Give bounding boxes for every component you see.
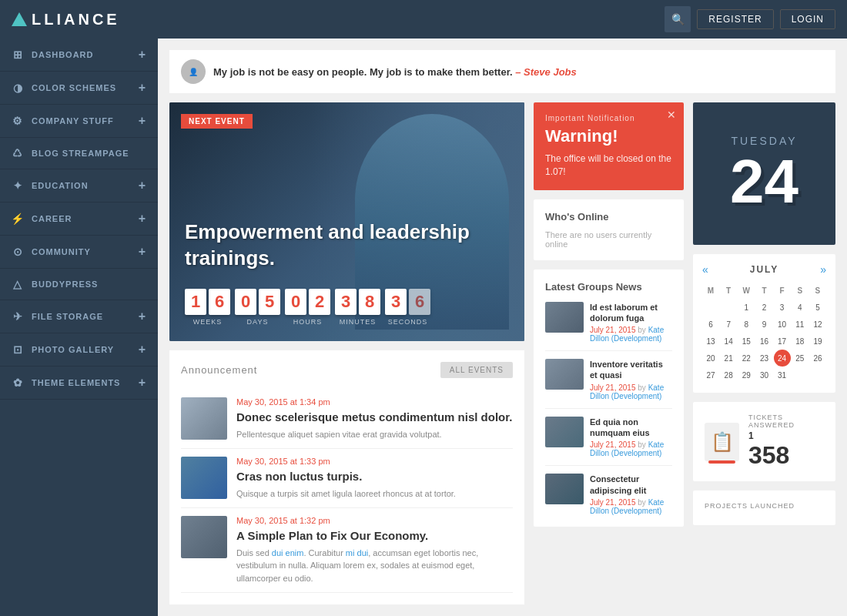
calendar-next[interactable]: » [820, 263, 826, 276]
sidebar-plus-icon: + [139, 81, 146, 95]
group-news-item: Inventore veritatis et quasi July 21, 20… [545, 359, 672, 409]
register-button[interactable]: REGISTER [697, 9, 773, 29]
excerpt-link[interactable]: dui enim [272, 548, 304, 557]
cal-cell[interactable]: 5 [809, 299, 826, 316]
sidebar-item-label: EDUCATION [32, 181, 89, 190]
cal-cell: - [702, 299, 719, 316]
cal-cell[interactable]: 16 [755, 333, 772, 350]
sidebar-item-company-stuff[interactable]: ⚙ COMPANY STUFF + [0, 105, 158, 138]
cal-cell[interactable]: 17 [774, 333, 791, 350]
group-news-thumbnail [545, 474, 584, 504]
cal-cell[interactable]: 25 [792, 350, 808, 367]
sidebar-item-file-storage[interactable]: ✈ FILE STORAGE + [0, 300, 158, 333]
sidebar-item-dashboard[interactable]: ⊞ DASHBOARD + [0, 38, 158, 72]
sidebar-item-buddypress[interactable]: △ BUDDYPRESS [0, 269, 158, 300]
excerpt-link[interactable]: mi dui [346, 548, 368, 557]
cal-cell-today[interactable]: 24 [774, 350, 791, 367]
group-news-thumbnail [545, 302, 584, 333]
cal-cell[interactable]: 14 [720, 333, 737, 350]
sidebar-item-color-schemes[interactable]: ◑ COLOR SCHEMES + [0, 72, 158, 105]
sidebar-plus-icon: + [139, 310, 146, 323]
whos-online-title: Who's Online [545, 211, 672, 223]
sidebar-item-community[interactable]: ⊙ COMMUNITY + [0, 236, 158, 269]
group-news-item: Ed quia non numquam eius July 21, 2015 b… [545, 417, 672, 467]
left-column: NEXT EVENT Empowerment and leadership tr… [169, 102, 524, 604]
career-icon: ⚡ [12, 213, 24, 225]
quote-text: My job is not be easy on people. My job … [213, 66, 513, 78]
weeks-digit-2: 6 [209, 289, 230, 315]
cal-cell[interactable]: 21 [720, 350, 737, 367]
calendar-prev[interactable]: « [702, 263, 708, 276]
cal-cell[interactable]: 20 [702, 350, 719, 367]
cal-cell[interactable]: 27 [702, 367, 719, 383]
announcement-date: May 30, 2015 at 1:34 pm [236, 397, 513, 407]
announcement-content: May 30, 2015 at 1:33 pm Cras non luctus … [236, 457, 513, 500]
cal-header-t2: T [755, 282, 772, 299]
announcements-title: Announcement [181, 364, 257, 376]
group-news-meta: July 21, 2015 by Kate Dillon (Developmen… [590, 440, 672, 457]
announcement-content: May 30, 2015 at 1:34 pm Donec scelerisqu… [236, 397, 513, 440]
cal-cell[interactable]: 26 [809, 350, 826, 367]
group-news-content: Ed quia non numquam eius July 21, 2015 b… [590, 417, 672, 458]
search-button[interactable]: 🔍 [665, 6, 691, 32]
sidebar-plus-icon: + [139, 114, 146, 128]
cal-cell[interactable]: 15 [738, 333, 755, 350]
cal-cell[interactable]: 6 [702, 316, 719, 333]
company-stuff-icon: ⚙ [12, 115, 24, 127]
quote-content: My job is not be easy on people. My job … [213, 66, 577, 78]
calendar-week-row: 6 7 8 9 10 11 12 [702, 316, 826, 333]
sidebar-item-label: COLOR SCHEMES [32, 83, 116, 92]
cal-cell[interactable]: 30 [755, 367, 772, 383]
cal-cell: - [809, 367, 826, 383]
cal-cell[interactable]: 3 [774, 299, 791, 316]
logo-text: LLIANCE [32, 11, 120, 28]
cal-cell[interactable]: 8 [738, 316, 755, 333]
latest-groups-widget: Latest Groups News Id est laborum et dol… [534, 270, 684, 527]
cal-cell[interactable]: 19 [809, 333, 826, 350]
sidebar-item-career[interactable]: ⚡ CAREER + [0, 203, 158, 236]
all-events-button[interactable]: ALL EVENTS [440, 362, 513, 378]
weeks-label: WEEKS [193, 318, 223, 326]
sidebar-item-label: PHOTO GALLERY [32, 345, 114, 354]
sidebar-item-education[interactable]: ✦ EDUCATION + [0, 169, 158, 203]
calendar-week-row: 27 28 29 30 31 - - [702, 367, 826, 383]
sidebar-item-blog[interactable]: ♺ BLOG STREAMPAGE [0, 138, 158, 169]
cal-cell[interactable]: 7 [720, 316, 737, 333]
cal-cell[interactable]: 1 [738, 299, 755, 316]
login-button[interactable]: LOGIN [780, 9, 835, 29]
cal-cell[interactable]: 31 [774, 367, 791, 383]
header: LLIANCE 🔍 REGISTER LOGIN [0, 0, 847, 38]
header-right: 🔍 REGISTER LOGIN [665, 6, 835, 32]
sidebar-item-photo-gallery[interactable]: ⊡ PHOTO GALLERY + [0, 333, 158, 367]
cal-cell[interactable]: 22 [738, 350, 755, 367]
sidebar-plus-icon: + [139, 245, 146, 259]
cal-cell[interactable]: 9 [755, 316, 772, 333]
group-news-date: July 21, 2015 [590, 326, 636, 334]
cal-cell[interactable]: 18 [792, 333, 808, 350]
cal-cell[interactable]: 23 [755, 350, 772, 367]
notification-close[interactable]: ✕ [667, 109, 676, 121]
cal-cell[interactable]: 12 [809, 316, 826, 333]
announcement-date: May 30, 2015 at 1:33 pm [236, 457, 513, 466]
announcement-thumbnail [181, 397, 227, 440]
cal-cell[interactable]: 10 [774, 316, 791, 333]
announcement-title: Donec scelerisque metus condimentum nisl… [236, 410, 513, 425]
sidebar-plus-icon: + [139, 179, 146, 192]
cal-cell[interactable]: 29 [738, 367, 755, 383]
sidebar-item-theme-elements[interactable]: ✿ THEME ELEMENTS + [0, 367, 158, 400]
cal-cell[interactable]: 28 [720, 367, 737, 383]
calendar-grid: M T W T F S S - - 1 2 [702, 282, 826, 383]
cal-cell[interactable]: 2 [755, 299, 772, 316]
sidebar-item-label: THEME ELEMENTS [32, 378, 120, 387]
cal-cell[interactable]: 4 [792, 299, 808, 316]
announcements: Announcement ALL EVENTS May 30, 2015 at … [169, 350, 524, 604]
announcement-thumbnail [181, 457, 227, 499]
cal-cell[interactable]: 11 [792, 316, 808, 333]
cal-cell[interactable]: 13 [702, 333, 719, 350]
quote-author: – Steve Jobs [515, 66, 577, 78]
group-news-thumbnail [545, 359, 584, 390]
whos-online-widget: Who's Online There are no users currentl… [534, 199, 684, 260]
sidebar-item-label: CAREER [32, 214, 72, 223]
tickets-content: TICKETSANSWERED 1 358 [748, 413, 824, 470]
seconds-digit-1: 3 [385, 289, 407, 315]
